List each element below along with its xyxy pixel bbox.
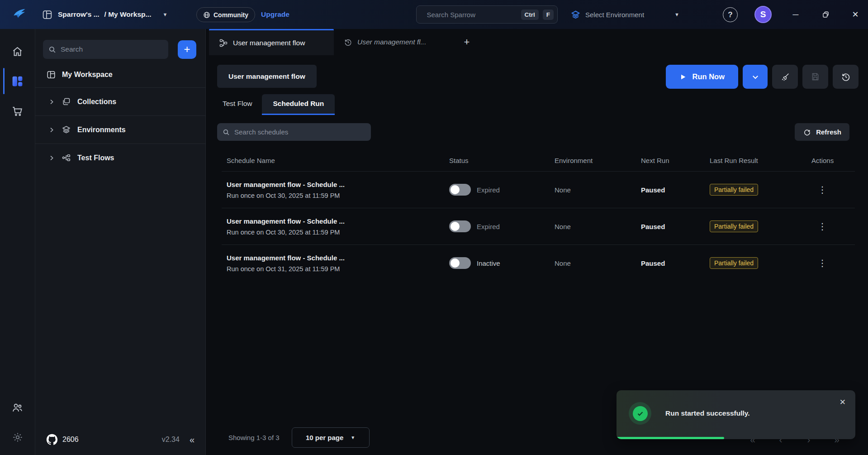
table-header-row: Schedule Name Status Environment Next Ru… <box>222 149 855 171</box>
clear-canvas-button[interactable] <box>772 65 798 89</box>
marketplace-nav-button[interactable] <box>0 101 35 120</box>
schedule-search-input[interactable] <box>234 128 365 136</box>
sidebar-item-collections[interactable]: Collections <box>35 87 205 115</box>
members-nav-button[interactable] <box>0 398 35 417</box>
community-button[interactable]: Community <box>196 7 255 22</box>
schedules-table: Schedule Name Status Environment Next Ru… <box>222 149 855 281</box>
sidebar-item-test-flows[interactable]: Test Flows <box>35 144 205 172</box>
status-label: Expired <box>477 223 500 230</box>
kebab-menu-icon[interactable]: ⋮ <box>811 184 833 196</box>
workspace-switcher[interactable]: Sparrow's ... / My Worksp... ▼ <box>42 0 167 29</box>
upgrade-link[interactable]: Upgrade <box>261 0 289 29</box>
showing-count: Showing 1-3 of 3 <box>228 434 280 441</box>
table-footer: Showing 1-3 of 3 10 per page ▼ <box>228 427 370 448</box>
github-stars[interactable]: 2606 <box>46 434 79 445</box>
workspace-nav-button[interactable] <box>0 72 35 91</box>
sidebar-item-environments[interactable]: Environments <box>35 115 205 144</box>
schedule-search[interactable] <box>217 123 371 141</box>
current-workspace[interactable]: My Workspace <box>35 67 205 87</box>
sidebar-search[interactable] <box>43 40 168 59</box>
table-row[interactable]: User management flow - Schedule ... Run … <box>222 208 855 244</box>
save-button[interactable] <box>802 65 828 89</box>
next-run-value: Paused <box>636 259 705 267</box>
last-run-result-badge: Partially failed <box>710 184 758 196</box>
community-label: Community <box>213 11 248 19</box>
add-new-button[interactable]: + <box>178 40 196 59</box>
tab-scheduled-run[interactable]: Scheduled Run <box>262 94 335 115</box>
workspace-grid-icon <box>11 75 24 88</box>
test-flows-icon <box>62 153 71 163</box>
broom-icon <box>780 72 790 82</box>
github-star-count: 2606 <box>62 436 79 444</box>
environments-icon <box>62 125 71 134</box>
run-now-button[interactable]: Run Now <box>666 65 739 89</box>
close-button[interactable]: ✕ <box>849 8 862 21</box>
sidebar-item-label: Environments <box>77 126 126 134</box>
help-button[interactable]: ? <box>723 7 738 22</box>
column-header: Status <box>444 157 550 164</box>
run-options-button[interactable] <box>743 65 768 89</box>
last-run-result-badge: Partially failed <box>710 220 758 232</box>
workspace-name: Sparrow's ... <box>58 10 100 19</box>
sidebar-search-input[interactable] <box>61 45 163 53</box>
toast-notification: Run started successfully. ✕ <box>617 390 855 439</box>
tab-test-flow[interactable]: Test Flow <box>222 94 253 115</box>
sidebar-item-label: Collections <box>77 98 116 106</box>
search-icon <box>223 129 230 136</box>
per-page-dropdown[interactable]: 10 per page ▼ <box>292 427 370 448</box>
kebab-menu-icon[interactable]: ⋮ <box>811 220 833 232</box>
tab-user-management-flow[interactable]: User management flow <box>209 29 334 55</box>
schedule-name: User management flow - Schedule ... <box>227 217 444 225</box>
collapse-sidebar-icon[interactable]: « <box>190 435 194 445</box>
table-row[interactable]: User management flow - Schedule ... Run … <box>222 171 855 208</box>
minimize-button[interactable]: ─ <box>789 8 802 21</box>
schedule-recurrence: Run once on Oct 30, 2025 at 11:59 PM <box>227 229 444 236</box>
kebab-menu-icon[interactable]: ⋮ <box>811 257 833 269</box>
success-icon-halo <box>629 402 651 425</box>
globe-icon <box>203 11 210 19</box>
chevron-right-icon[interactable] <box>48 98 55 105</box>
cart-icon <box>11 105 24 117</box>
status-toggle[interactable] <box>449 257 471 269</box>
table-row[interactable]: User management flow - Schedule ... Run … <box>222 244 855 281</box>
status-toggle[interactable] <box>449 220 471 232</box>
run-now-label: Run Now <box>693 72 725 81</box>
next-run-value: Paused <box>636 186 705 194</box>
toast-close-icon[interactable]: ✕ <box>840 398 846 407</box>
toggle-knob <box>451 259 460 268</box>
global-search-input[interactable] <box>427 11 517 19</box>
avatar[interactable]: S <box>754 6 772 23</box>
refresh-button[interactable]: Refresh <box>795 123 849 141</box>
run-history-button[interactable] <box>833 65 859 89</box>
play-icon <box>679 73 687 81</box>
chevron-down-icon <box>751 73 759 81</box>
schedule-name: User management flow - Schedule ... <box>227 181 444 188</box>
chevron-right-icon[interactable] <box>48 126 55 134</box>
chevron-down-icon[interactable]: ▼ <box>674 12 679 17</box>
chevron-right-icon[interactable] <box>48 154 55 162</box>
home-nav-button[interactable] <box>0 42 35 61</box>
environment-selector[interactable]: Select Environment ▼ <box>571 0 679 29</box>
layers-icon <box>571 10 580 19</box>
workspace-path: / My Worksp... <box>104 10 152 19</box>
f-key-badge: F <box>543 10 554 20</box>
schedule-recurrence: Run once on Oct 30, 2025 at 11:59 PM <box>227 192 444 199</box>
maximize-button[interactable] <box>819 8 832 21</box>
chevron-down-icon[interactable]: ▼ <box>162 12 167 17</box>
tab-label: User management fl... <box>357 38 426 46</box>
settings-nav-button[interactable] <box>0 428 35 447</box>
status-toggle[interactable] <box>449 184 471 196</box>
restore-icon <box>821 10 830 19</box>
chevron-down-icon: ▼ <box>351 435 355 440</box>
column-header: Last Run Result <box>705 157 806 164</box>
github-icon <box>46 434 58 445</box>
tab-user-management-flow-2[interactable]: User management fl... <box>334 29 458 55</box>
global-search[interactable]: Ctrl F <box>416 5 558 24</box>
flow-icon <box>219 38 228 48</box>
schedule-recurrence: Run once on Oct 31, 2025 at 11:59 PM <box>227 265 444 273</box>
sidebar-footer: 2606 v2.34 « <box>35 429 205 455</box>
status-label: Inactive <box>477 259 500 267</box>
refresh-label: Refresh <box>816 128 841 136</box>
new-tab-button[interactable]: + <box>458 29 476 55</box>
page-title: User management flow <box>217 65 317 88</box>
